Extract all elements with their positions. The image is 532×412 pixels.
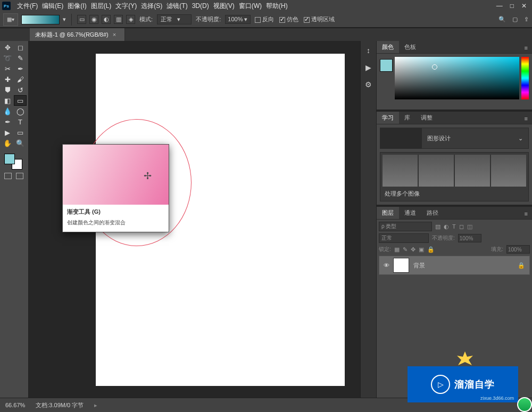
reverse-checkbox[interactable]: 反向: [254, 15, 275, 23]
gradient-diamond-button[interactable]: ◈: [126, 15, 135, 24]
learn-card[interactable]: 处理多个图像: [380, 152, 529, 201]
tab-learn[interactable]: 学习: [377, 112, 399, 124]
menu-view[interactable]: 视图(V): [211, 2, 237, 11]
chevron-down-icon: ⌄: [518, 135, 523, 142]
menu-help[interactable]: 帮助(H): [264, 2, 290, 11]
zoom-level[interactable]: 66.67%: [5, 402, 25, 408]
path-select-tool[interactable]: ▶: [1, 127, 14, 138]
lock-artboard-icon[interactable]: ▣: [419, 246, 424, 253]
dock-strip: ↕ ▶ ⚙: [360, 41, 376, 398]
floating-badge[interactable]: [517, 397, 532, 412]
move-tool[interactable]: ✥: [1, 42, 14, 53]
color-panel-fg-swatch[interactable]: [380, 59, 393, 72]
type-tool[interactable]: T: [14, 116, 27, 127]
gradient-linear-button[interactable]: ▭: [77, 15, 86, 24]
minimize-icon[interactable]: —: [496, 2, 503, 10]
filter-shape-icon[interactable]: ◻: [459, 223, 464, 230]
menu-file[interactable]: 文件(F): [15, 2, 40, 11]
lock-transparent-icon[interactable]: ▦: [394, 246, 400, 253]
search-icon[interactable]: 🔍: [498, 16, 506, 23]
lock-pixel-icon[interactable]: ✎: [403, 246, 408, 253]
pen-tool[interactable]: ✒: [1, 116, 14, 127]
properties-panel-icon[interactable]: ⚙: [365, 80, 372, 89]
tab-libraries[interactable]: 库: [399, 112, 415, 124]
gradient-reflected-button[interactable]: ▥: [114, 15, 123, 24]
tab-color[interactable]: 颜色: [377, 41, 399, 53]
tool-preset-icon[interactable]: ▦▾: [3, 13, 18, 26]
opacity-input[interactable]: 100% ▾: [225, 15, 250, 24]
eyedropper-tool[interactable]: ✒: [14, 63, 27, 74]
lasso-tool[interactable]: ➰: [1, 53, 14, 63]
close-icon[interactable]: ✕: [521, 2, 527, 10]
learn-category-select[interactable]: 图形设计 ⌄: [421, 128, 529, 149]
tab-channels[interactable]: 通道: [399, 207, 421, 219]
document-tab[interactable]: 未标题-1 @ 66.7%(RGB/8#) ×: [30, 28, 125, 41]
gradient-radial-button[interactable]: ◉: [89, 15, 98, 24]
gradient-preview[interactable]: [21, 15, 60, 24]
canvas-area[interactable]: ✢ 渐变工具 (G) 创建颜色之间的渐变混合: [29, 41, 360, 398]
healing-tool[interactable]: ✚: [1, 74, 14, 85]
workspace-icon[interactable]: ▢: [512, 16, 518, 23]
layer-blend-select[interactable]: 正常: [379, 233, 429, 243]
blur-tool[interactable]: 💧: [1, 106, 14, 116]
layer-item[interactable]: 👁 背景 🔒: [379, 256, 530, 275]
layer-visibility-icon[interactable]: 👁: [379, 262, 393, 268]
maximize-icon[interactable]: □: [510, 2, 514, 10]
share-icon[interactable]: ⇪: [524, 16, 529, 23]
menu-filter[interactable]: 滤镜(T): [164, 2, 189, 11]
layer-opacity-input[interactable]: 100%: [458, 234, 481, 242]
layer-thumbnail[interactable]: [393, 258, 409, 273]
screen-mode-icon[interactable]: [16, 173, 23, 179]
color-swatches[interactable]: [4, 154, 22, 170]
tab-layers[interactable]: 图层: [377, 207, 399, 219]
menu-3d[interactable]: 3D(D): [190, 2, 211, 10]
tab-paths[interactable]: 路径: [421, 207, 444, 219]
filter-adjust-icon[interactable]: ◐: [444, 223, 449, 230]
layer-fill-input[interactable]: 100%: [506, 245, 530, 254]
hue-slider[interactable]: [521, 57, 529, 99]
panel-menu-icon[interactable]: ≡: [520, 43, 532, 53]
eraser-tool[interactable]: ◧: [1, 95, 14, 106]
dodge-tool[interactable]: ◯: [14, 106, 27, 116]
panel-menu-icon[interactable]: ≡: [520, 208, 532, 219]
filter-image-icon[interactable]: ▧: [435, 223, 440, 230]
tab-close-icon[interactable]: ×: [113, 31, 116, 38]
zoom-tool[interactable]: 🔍: [14, 138, 27, 148]
lock-position-icon[interactable]: ✥: [411, 246, 415, 253]
shape-tool[interactable]: ▭: [14, 127, 27, 138]
learn-category-thumb: [380, 128, 421, 149]
gradient-angle-button[interactable]: ◐: [102, 15, 111, 24]
gradient-tool[interactable]: ▭: [14, 95, 27, 106]
history-panel-icon[interactable]: ↕: [367, 46, 370, 55]
history-brush-tool[interactable]: ↺: [14, 85, 27, 95]
crop-tool[interactable]: ✂: [1, 63, 14, 74]
doc-size[interactable]: 文档:3.09M/0 字节: [36, 401, 84, 409]
blend-mode-select[interactable]: 正常 ▾: [157, 14, 192, 24]
quick-select-tool[interactable]: ✎: [14, 53, 27, 63]
transparent-checkbox[interactable]: 透明区域: [303, 15, 336, 23]
lock-all-icon[interactable]: 🔒: [427, 246, 435, 253]
brush-tool[interactable]: 🖌: [14, 74, 27, 85]
dither-checkbox[interactable]: 仿色: [278, 15, 300, 23]
menu-type[interactable]: 文字(Y): [113, 2, 139, 11]
menu-window[interactable]: 窗口(W): [237, 2, 264, 11]
menu-edit[interactable]: 编辑(E): [40, 2, 65, 11]
dropdown-icon[interactable]: ▾: [63, 16, 66, 23]
filter-smart-icon[interactable]: ◫: [467, 223, 472, 230]
saturation-picker[interactable]: [395, 57, 519, 99]
actions-panel-icon[interactable]: ▶: [365, 63, 371, 72]
menu-image[interactable]: 图像(I): [65, 2, 88, 11]
fg-color-swatch[interactable]: [4, 154, 15, 164]
tab-adjustments[interactable]: 调整: [415, 112, 438, 124]
quick-mask-icon[interactable]: [4, 173, 12, 179]
hand-tool[interactable]: ✋: [1, 138, 14, 148]
layer-filter-select[interactable]: ρ 类型: [379, 222, 432, 231]
tab-swatches[interactable]: 色板: [399, 41, 421, 53]
marquee-tool[interactable]: ◻: [14, 42, 27, 53]
panel-menu-icon[interactable]: ≡: [520, 113, 532, 124]
filter-type-icon[interactable]: T: [452, 223, 456, 230]
menu-select[interactable]: 选择(S): [139, 2, 164, 11]
menu-layer[interactable]: 图层(L): [89, 2, 114, 11]
stamp-tool[interactable]: ⛊: [1, 85, 14, 95]
tooltip-preview: ✢: [63, 145, 169, 205]
